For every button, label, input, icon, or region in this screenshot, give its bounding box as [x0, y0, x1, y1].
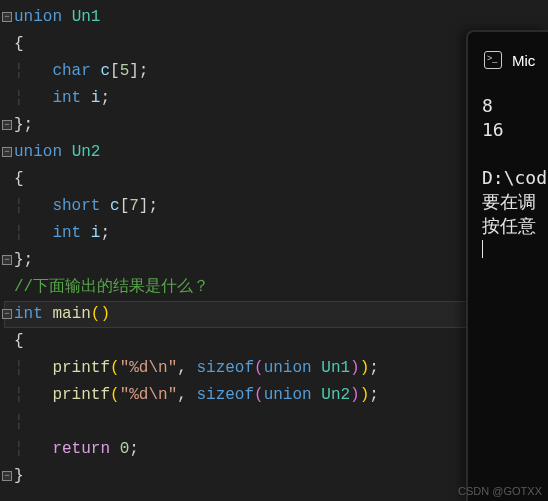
- fold-icon[interactable]: −: [2, 120, 12, 130]
- fold-icon[interactable]: −: [2, 309, 12, 319]
- output-line: D:\code: [482, 166, 548, 190]
- fold-icon[interactable]: −: [2, 12, 12, 22]
- terminal-cursor: [482, 240, 483, 258]
- output-line: 16: [482, 118, 548, 142]
- terminal-output: 8 16 D:\code 要在调 按任意: [468, 88, 548, 262]
- fold-icon[interactable]: −: [2, 471, 12, 481]
- terminal-titlebar[interactable]: Mic: [468, 32, 548, 88]
- terminal-window[interactable]: Mic 8 16 D:\code 要在调 按任意: [466, 30, 548, 501]
- watermark: CSDN @GOTXX: [458, 485, 542, 497]
- output-line: 要在调: [482, 190, 548, 214]
- terminal-icon: [484, 51, 502, 69]
- code-line: −union Un1: [4, 4, 548, 31]
- output-line: 8: [482, 94, 548, 118]
- output-line: 按任意: [482, 214, 548, 238]
- terminal-title: Mic: [512, 52, 535, 69]
- fold-icon[interactable]: −: [2, 147, 12, 157]
- fold-icon[interactable]: −: [2, 255, 12, 265]
